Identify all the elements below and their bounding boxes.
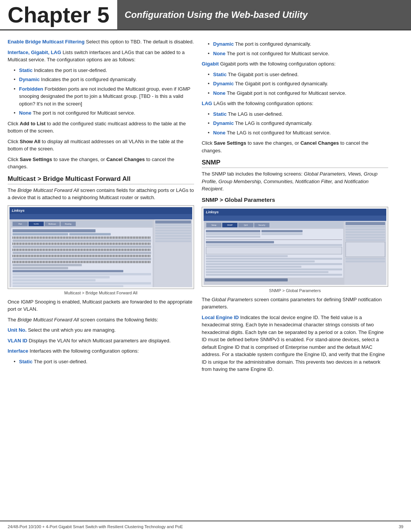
bullet-dynamic-2: Dynamic The port is configured dynamical… xyxy=(208,40,388,48)
sim-tabs-1: Port VLAN Multicast Routing xyxy=(11,221,153,227)
para-enable-bridge: Enable Bridge Multicast Filtering Select… xyxy=(8,38,194,46)
enable-bridge-text: Select this option to TBD. The default i… xyxy=(84,39,194,45)
lag-label: LAG xyxy=(202,101,212,106)
dynamic-label-2: Dynamic xyxy=(213,41,234,47)
para-unit-no: Unit No. Select the unit which you are m… xyxy=(8,326,194,334)
bullet-gigabit-dynamic: Dynamic The Gigabit port is configured d… xyxy=(208,80,388,88)
screenshot-inner-multicast: Linksys Port VLAN Multicast Routing xyxy=(10,207,192,287)
sim-nav-2 xyxy=(204,216,386,221)
gigabit-static-label: Static xyxy=(213,72,226,77)
section-snmp: SNMP xyxy=(202,159,388,168)
para-interface-lag: Interface, Gigabit, LAG Lists switch int… xyxy=(8,49,194,64)
enable-bridge-label: Enable Bridge Multicast Filtering xyxy=(8,39,84,45)
footer-right: 39 xyxy=(399,524,403,529)
interface-lag-label: Interface, Gigabit, LAG xyxy=(8,50,61,55)
bullet-lag-dynamic: Dynamic The LAG is configured dynamicall… xyxy=(208,120,388,127)
save-settings-bold-2: Save Settings xyxy=(214,140,246,146)
sim-tab-3: Multicast xyxy=(45,222,60,226)
bullet-gigabit-none: None The Gigabit port is not configured … xyxy=(208,89,388,97)
bullet-dynamic-1: Dynamic Indicates the port is configured… xyxy=(14,76,194,83)
sim-tab-snmp-1: Setup xyxy=(206,223,221,227)
none-label-2: None xyxy=(213,51,226,56)
gigabit-bullets: Static The Gigabit port is user-defined.… xyxy=(208,71,388,97)
bullet-static-1: Static Indicates the port is user-define… xyxy=(14,67,194,74)
lag-bullets: Static The LAG is user-defined. Dynamic … xyxy=(208,110,388,137)
para-lag: LAG LAGs with the following configuratio… xyxy=(202,100,388,107)
right-bullets-1: Dynamic The port is configured dynamical… xyxy=(208,40,388,57)
page-header: Chapter 5 Configuration Using the Web-ba… xyxy=(0,0,411,30)
interface-bullets: Static Indicates the port is user-define… xyxy=(14,67,194,117)
sim-tab-snmp-3: QoS xyxy=(238,223,253,227)
para-save-settings-2: Click Save Settings to save the changes,… xyxy=(202,139,388,154)
gigabit-dynamic-label: Dynamic xyxy=(213,81,234,86)
caption-multicast: Multicast > Bridge Multicast Forward All xyxy=(8,291,194,295)
none-label-1: None xyxy=(19,110,32,116)
sim-tab-snmp-2: SNMP xyxy=(222,223,237,227)
dynamic-label-1: Dynamic xyxy=(19,77,40,82)
interface-label: Interface xyxy=(8,348,28,354)
sim-header-2: Linksys xyxy=(204,209,386,216)
gigabit-none-label: None xyxy=(213,90,226,96)
local-engine-id-label: Local Engine ID xyxy=(202,315,239,320)
lag-none-label: None xyxy=(213,130,226,136)
para-add-to-list: Click Add to List to add the configured … xyxy=(8,120,194,135)
para-global-params: The Global Parameters screen contains pa… xyxy=(202,296,388,311)
para-show-all: Click Show All to display all multicast … xyxy=(8,138,194,153)
sim-tab-1: Port xyxy=(13,222,28,226)
section-title-area: Configuration Using the Web-based Utilit… xyxy=(117,0,411,29)
add-to-list-bold: Add to List xyxy=(20,121,46,126)
unit-no-label: Unit No. xyxy=(8,327,27,333)
sim-tab-snmp-4: Security xyxy=(254,223,269,227)
interface-config-bullets: Static The port is user-defined. xyxy=(14,358,194,366)
sim-header-1: Linksys xyxy=(10,207,192,214)
section-title: Configuration Using the Web-based Utilit… xyxy=(125,10,308,20)
bullet-lag-static: Static The LAG is user-defined. xyxy=(208,110,388,118)
gigabit-label: Gigabit xyxy=(202,61,219,67)
left-column: Enable Bridge Multicast Filtering Select… xyxy=(8,38,194,376)
right-column: Dynamic The port is configured dynamical… xyxy=(202,38,388,376)
forbidden-label: Forbidden xyxy=(19,86,43,92)
screenshot-inner-snmp: Linksys Setup SNMP QoS Security xyxy=(204,209,386,285)
chapter-title: Chapter 5 xyxy=(8,4,110,26)
para-bridge-forward-all-2: The Bridge Multicast Forward All screen … xyxy=(8,316,194,324)
bullet-none-1: None The port is not configured for Mult… xyxy=(14,109,194,117)
section-multicast-forward-all: Multicast > Bridge Multicast Forward All xyxy=(8,175,194,184)
bullet-static-2: Static The port is user-defined. xyxy=(14,358,194,366)
caption-snmp: SNMP > Global Parameters xyxy=(202,288,388,293)
cancel-changes-bold-2: Cancel Changes xyxy=(300,140,339,146)
para-bridge-forward-all-1: The Bridge Multicast Forward All screen … xyxy=(8,187,194,201)
para-local-engine-id: Local Engine ID Indicates the local devi… xyxy=(202,314,388,373)
para-vlan-id: VLAN ID Displays the VLAN for which Mult… xyxy=(8,337,194,345)
vlan-id-label: VLAN ID xyxy=(8,338,27,343)
para-save-settings-1: Click Save Settings to save the changes,… xyxy=(8,156,194,171)
page-footer: 24/48-Port 10/100 + 4-Port Gigabit Smart… xyxy=(0,521,411,532)
bullet-forbidden: Forbidden Forbidden ports are not includ… xyxy=(14,85,194,108)
chapter-title-area: Chapter 5 xyxy=(0,0,117,29)
sim-tab-4: Routing xyxy=(61,222,76,226)
bullet-gigabit-static: Static The Gigabit port is user-defined. xyxy=(208,71,388,78)
static-label-2: Static xyxy=(19,359,32,364)
para-snmp-intro: The SNMP tab includes the following scre… xyxy=(202,170,388,193)
para-gigabit: Gigabit Gigabit ports with the following… xyxy=(202,60,388,68)
screenshot-multicast: Linksys Port VLAN Multicast Routing xyxy=(8,205,194,289)
sim-nav-1 xyxy=(10,214,192,219)
sim-logo-1: Linksys xyxy=(12,209,25,212)
save-settings-bold-1: Save Settings xyxy=(20,157,52,162)
para-interface: Interface Interfaces with the following … xyxy=(8,347,194,355)
sim-tabs-2: Setup SNMP QoS Security xyxy=(205,222,343,228)
bridge-forward-italic-2: Bridge Multicast Forward All xyxy=(18,317,79,323)
lag-dynamic-label: Dynamic xyxy=(213,120,234,126)
bullet-none-2: None The port is not configured for Mult… xyxy=(208,50,388,58)
screenshot-snmp: Linksys Setup SNMP QoS Security xyxy=(202,207,388,287)
show-all-bold: Show All xyxy=(20,139,40,144)
sim-tab-2: VLAN xyxy=(29,222,44,226)
lag-static-label: Static xyxy=(213,111,226,117)
bridge-forward-italic-1: Bridge Multicast Forward All xyxy=(18,187,79,193)
main-content: Enable Bridge Multicast Filtering Select… xyxy=(0,30,411,384)
bullet-lag-none: None The LAG is not configured for Multi… xyxy=(208,129,388,137)
para-igmp-snooping: Once IGMP Snooping is enabled, Multicast… xyxy=(8,298,194,313)
cancel-changes-bold-1: Cancel Changes xyxy=(106,157,145,162)
static-label-1: Static xyxy=(19,67,32,73)
footer-left: 24/48-Port 10/100 + 4-Port Gigabit Smart… xyxy=(8,524,183,529)
global-params-italic: Global Parameters xyxy=(212,297,253,302)
